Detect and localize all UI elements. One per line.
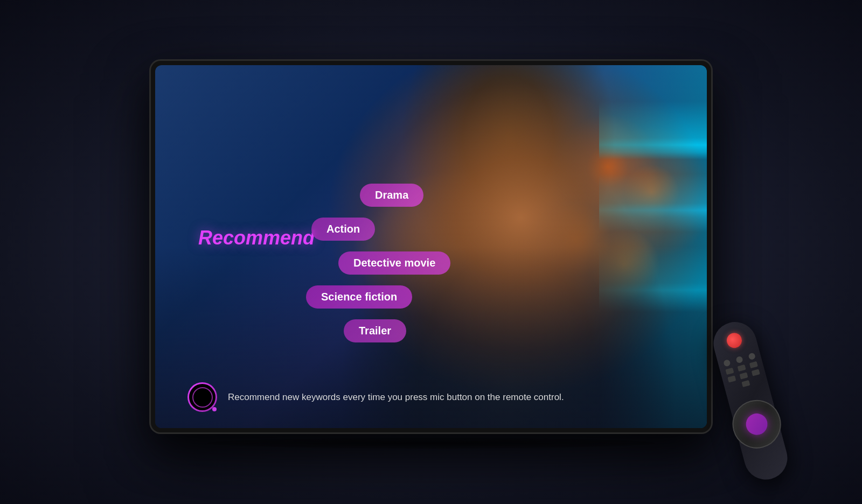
remote-btn-3[interactable] xyxy=(748,352,756,360)
tv-screen: Recommend Drama Action Detective movie xyxy=(155,65,707,428)
remote-btn-1[interactable] xyxy=(723,359,731,367)
ui-layer: Recommend Drama Action Detective movie xyxy=(155,65,707,428)
pill-row-drama: Drama xyxy=(306,184,575,212)
remote-btn-8[interactable] xyxy=(739,372,748,379)
genre-pill-trailer[interactable]: Trailer xyxy=(344,319,406,342)
genre-pill-action[interactable]: Action xyxy=(311,218,375,241)
mic-inner-ring xyxy=(192,387,213,408)
genre-pills-container: Drama Action Detective movie Science fic… xyxy=(306,184,575,353)
genre-pill-detective[interactable]: Detective movie xyxy=(338,251,450,275)
remote-nav-ring[interactable] xyxy=(727,395,786,454)
remote-btn-7[interactable] xyxy=(727,375,736,382)
bottom-description: Recommend new keywords every time you pr… xyxy=(228,391,564,404)
tv-container: Recommend Drama Action Detective movie xyxy=(151,61,711,432)
pill-row-action: Action xyxy=(306,218,575,246)
mic-dot xyxy=(212,407,217,411)
remote-buttons-area xyxy=(723,352,763,393)
bottom-bar: Recommend new keywords every time you pr… xyxy=(187,382,675,412)
pill-row-scifi: Science fiction xyxy=(306,285,575,314)
remote-btn-4[interactable] xyxy=(725,368,734,375)
pill-row-trailer: Trailer xyxy=(306,319,575,348)
remote-btn-5[interactable] xyxy=(738,365,746,372)
recommend-label: Recommend xyxy=(198,227,315,249)
genre-pill-drama[interactable]: Drama xyxy=(360,184,423,207)
genre-pill-scifi[interactable]: Science fiction xyxy=(306,285,412,309)
remote-btn-0[interactable] xyxy=(741,380,750,387)
tv-frame: Recommend Drama Action Detective movie xyxy=(151,61,711,432)
tv-shadow xyxy=(207,438,655,449)
mic-icon xyxy=(187,382,217,412)
remote-btn-6[interactable] xyxy=(749,361,758,368)
remote-nav-center-button[interactable] xyxy=(743,411,770,437)
remote-power-button[interactable] xyxy=(725,331,743,349)
remote-btn-9[interactable] xyxy=(752,369,760,376)
remote-btn-2[interactable] xyxy=(735,356,743,364)
pill-row-detective: Detective movie xyxy=(306,251,575,280)
remote-body xyxy=(708,317,792,484)
